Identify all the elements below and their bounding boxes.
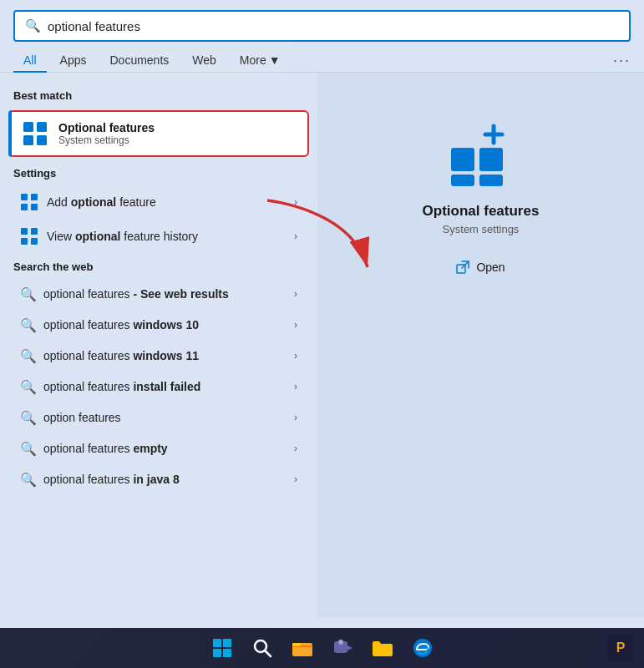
best-match-item[interactable]: Optional features System settings: [8, 110, 309, 157]
web-label-4: optional features install failed: [43, 380, 294, 393]
open-label: Open: [476, 261, 505, 274]
svg-rect-3: [37, 135, 47, 145]
svg-rect-7: [31, 204, 38, 210]
search-input-wrap[interactable]: 🔍: [13, 10, 631, 42]
search-sm-icon-1: 🔍: [20, 286, 35, 301]
right-panel-subtitle: System settings: [443, 223, 520, 235]
tab-web[interactable]: Web: [182, 48, 226, 72]
svg-rect-4: [21, 194, 28, 200]
open-button[interactable]: Open: [453, 256, 508, 279]
right-panel-title: Optional features: [423, 203, 540, 220]
search-sm-icon-7: 🔍: [20, 472, 35, 487]
web-label-1: optional features - See web results: [43, 287, 294, 301]
web-item-3[interactable]: 🔍 optional features windows 11 ›: [8, 341, 309, 371]
chevron-right-icon-w6: ›: [294, 443, 297, 454]
web-label-7: optional features in java 8: [43, 473, 294, 486]
add-optional-feature-item[interactable]: Add optional feature ›: [8, 185, 309, 219]
optional-features-icon: [22, 120, 48, 147]
search-sm-icon-5: 🔍: [20, 410, 35, 425]
best-match-subtitle: System settings: [58, 134, 296, 146]
add-feature-icon: [20, 193, 38, 211]
more-label: More: [240, 53, 266, 67]
best-match-text: Optional features System settings: [58, 121, 296, 146]
svg-rect-23: [223, 649, 231, 657]
best-match-label: Best match: [0, 83, 317, 107]
svg-rect-5: [31, 194, 38, 200]
svg-rect-14: [451, 175, 474, 186]
svg-rect-22: [213, 649, 221, 657]
search-sm-icon-6: 🔍: [20, 441, 35, 456]
tab-documents[interactable]: Documents: [99, 48, 179, 72]
chevron-right-icon-2: ›: [294, 230, 297, 242]
chevron-right-icon-w7: ›: [294, 473, 297, 485]
tab-more[interactable]: More ▼: [230, 48, 291, 72]
svg-rect-10: [21, 238, 28, 245]
chevron-right-icon-w3: ›: [294, 350, 297, 362]
right-panel-icon: [448, 123, 515, 190]
search-sm-icon-2: 🔍: [20, 317, 35, 332]
plex-icon[interactable]: P: [607, 635, 634, 661]
web-item-7[interactable]: 🔍 optional features in java 8 ›: [8, 464, 309, 494]
svg-point-29: [338, 640, 343, 645]
left-panel: Best match Optional features System sett…: [0, 73, 317, 617]
chevron-right-icon-w4: ›: [294, 381, 297, 392]
web-item-2[interactable]: 🔍 optional features windows 10 ›: [8, 310, 309, 340]
svg-rect-2: [23, 135, 33, 145]
search-window: 🔍 All Apps Documents Web More ▼ ··· Best…: [0, 0, 644, 628]
open-external-icon: [456, 261, 469, 274]
search-input[interactable]: [48, 19, 619, 33]
svg-rect-13: [479, 148, 503, 171]
web-item-6[interactable]: 🔍 optional features empty ›: [8, 433, 309, 463]
web-label-2: optional features windows 10: [43, 318, 294, 331]
teams-icon[interactable]: [329, 635, 356, 661]
svg-rect-0: [23, 122, 33, 132]
file-explorer-icon[interactable]: [289, 635, 316, 661]
add-optional-feature-label: Add optional feature: [47, 195, 294, 209]
web-label-5: option features: [43, 411, 294, 424]
svg-rect-21: [223, 639, 231, 647]
svg-rect-9: [31, 228, 38, 235]
taskbar-search-icon[interactable]: [249, 635, 276, 661]
web-item-5[interactable]: 🔍 option features ›: [8, 402, 309, 433]
chevron-down-icon: ▼: [269, 53, 281, 67]
tabs-ellipsis[interactable]: ···: [613, 52, 631, 69]
svg-rect-8: [21, 228, 28, 235]
right-panel: Optional features System settings Open: [317, 73, 644, 617]
search-web-label: Search the web: [0, 254, 317, 278]
windows-logo-icon[interactable]: [209, 635, 236, 661]
web-label-6: optional features empty: [43, 442, 294, 455]
view-optional-feature-history-item[interactable]: View optional feature history ›: [8, 220, 309, 253]
svg-rect-6: [21, 204, 28, 210]
taskbar: P: [0, 628, 644, 668]
view-feature-icon: [20, 227, 38, 245]
web-item-1[interactable]: 🔍 optional features - See web results ›: [8, 279, 309, 309]
svg-line-25: [265, 650, 271, 656]
view-optional-feature-history-label: View optional feature history: [47, 230, 294, 243]
main-content: Best match Optional features System sett…: [0, 73, 644, 617]
search-sm-icon-3: 🔍: [20, 348, 35, 363]
chevron-right-icon: ›: [294, 196, 297, 208]
tab-all[interactable]: All: [13, 48, 47, 72]
best-match-title: Optional features: [58, 121, 296, 134]
svg-rect-1: [37, 122, 47, 132]
svg-rect-20: [213, 639, 221, 647]
folder-icon[interactable]: [369, 635, 396, 661]
chevron-right-icon-w1: ›: [294, 288, 297, 300]
tab-apps[interactable]: Apps: [50, 48, 97, 72]
svg-rect-15: [479, 175, 503, 186]
svg-rect-27: [292, 643, 301, 646]
settings-label: Settings: [0, 160, 317, 185]
search-sm-icon-4: 🔍: [20, 379, 35, 394]
web-item-4[interactable]: 🔍 optional features install failed ›: [8, 372, 309, 402]
chevron-right-icon-w5: ›: [294, 412, 297, 423]
svg-rect-12: [451, 148, 474, 171]
svg-rect-11: [31, 238, 38, 245]
edge-icon[interactable]: [409, 635, 436, 661]
chevron-right-icon-w2: ›: [294, 319, 297, 331]
search-bar: 🔍: [0, 0, 644, 42]
search-icon: 🔍: [25, 18, 41, 33]
web-label-3: optional features windows 11: [43, 349, 294, 362]
tabs-bar: All Apps Documents Web More ▼ ···: [0, 42, 644, 73]
